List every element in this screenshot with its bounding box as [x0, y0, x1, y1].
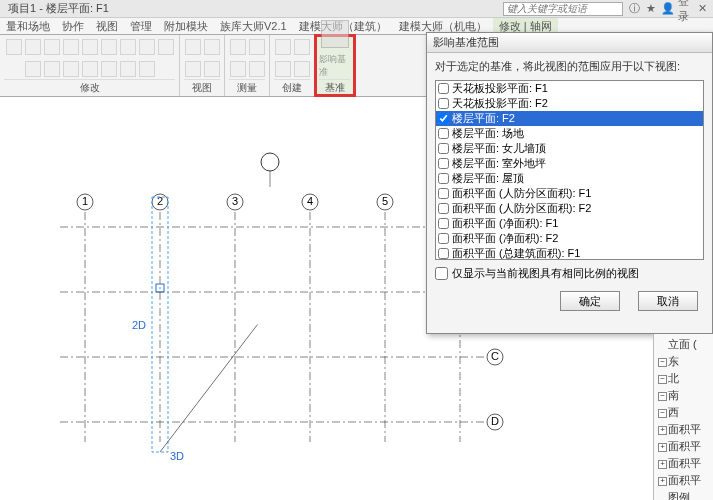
ribbon-tab[interactable]: 管理 — [124, 18, 158, 34]
scope-grid-icon[interactable] — [321, 20, 349, 48]
tool-icon[interactable] — [185, 39, 201, 55]
tool-icon[interactable] — [185, 61, 201, 77]
view-list-item[interactable]: 面积平面 (总建筑面积): F1 — [436, 246, 703, 260]
tool-icon[interactable] — [25, 61, 41, 77]
view-checkbox[interactable] — [438, 188, 449, 199]
tree-node[interactable]: 图例 — [656, 489, 713, 500]
project-browser[interactable]: 立面 (东北南西面积平面积平面积平面积平图例明细表图纸 ( — [653, 334, 713, 500]
tool-icon[interactable] — [82, 61, 98, 77]
view-checkbox[interactable] — [438, 218, 449, 229]
tool-icon[interactable] — [275, 39, 291, 55]
view-list-item[interactable]: 面积平面 (人防分区面积): F1 — [436, 186, 703, 201]
view-list-item[interactable]: 面积平面 (净面积): F2 — [436, 231, 703, 246]
view-label: 楼层平面: 室外地坪 — [452, 156, 546, 171]
tool-icon[interactable] — [120, 61, 136, 77]
info-icon[interactable]: ⓘ — [627, 2, 641, 16]
ribbon-panel: 创建 — [270, 35, 315, 96]
tool-icon[interactable] — [63, 39, 79, 55]
view-checkbox[interactable] — [438, 128, 449, 139]
tool-icon[interactable] — [101, 61, 117, 77]
view-checkbox[interactable] — [438, 233, 449, 244]
panel-label: 视图 — [184, 79, 220, 96]
tool-icon[interactable] — [44, 61, 60, 77]
tool-icon[interactable] — [249, 61, 265, 77]
tree-node[interactable]: 西 — [656, 404, 713, 421]
view-checkbox[interactable] — [438, 158, 449, 169]
view-list-item[interactable]: 楼层平面: 室外地坪 — [436, 156, 703, 171]
tool-icon[interactable] — [120, 39, 136, 55]
view-label: 面积平面 (人防分区面积): F1 — [452, 186, 591, 201]
tool-icon[interactable] — [101, 39, 117, 55]
tool-icon[interactable] — [275, 61, 291, 77]
tool-icon[interactable] — [158, 39, 174, 55]
ribbon-panel: 视图 — [180, 35, 225, 96]
ribbon-tab[interactable]: 附加模块 — [158, 18, 214, 34]
svg-text:C: C — [491, 350, 499, 362]
ribbon-panel: 修改 — [0, 35, 180, 96]
tool-icon[interactable] — [82, 39, 98, 55]
tool-icon[interactable] — [63, 61, 79, 77]
view-list-item[interactable]: 楼层平面: 屋顶 — [436, 171, 703, 186]
tree-node[interactable]: 东 — [656, 353, 713, 370]
ribbon-tab[interactable]: 量和场地 — [0, 18, 56, 34]
tool-icon[interactable] — [230, 39, 246, 55]
tree-node[interactable]: 南 — [656, 387, 713, 404]
view-list[interactable]: 天花板投影平面: F1天花板投影平面: F2楼层平面: F2楼层平面: 场地楼层… — [435, 80, 704, 260]
view-list-item[interactable]: 面积平面 (人防分区面积): F2 — [436, 201, 703, 216]
view-list-item[interactable]: 面积平面 (净面积): F1 — [436, 216, 703, 231]
ribbon-tab[interactable]: 视图 — [90, 18, 124, 34]
svg-line-31 — [160, 325, 258, 453]
view-label: 面积平面 (人防分区面积): F2 — [452, 201, 591, 216]
tree-node[interactable]: 面积平 — [656, 421, 713, 438]
view-label: 面积平面 (净面积): F1 — [452, 216, 558, 231]
svg-text:4: 4 — [307, 195, 313, 207]
tool-icon[interactable] — [249, 39, 265, 55]
view-checkbox[interactable] — [438, 143, 449, 154]
tree-node[interactable]: 立面 ( — [656, 336, 713, 353]
tool-icon[interactable] — [204, 61, 220, 77]
only-same-scale-checkbox[interactable] — [435, 267, 448, 280]
tool-icon[interactable] — [230, 61, 246, 77]
dialog-message: 对于选定的基准，将此视图的范围应用于以下视图: — [435, 59, 704, 74]
cancel-button[interactable]: 取消 — [638, 291, 698, 311]
view-label: 天花板投影平面: F2 — [452, 96, 548, 111]
tool-icon[interactable] — [294, 39, 310, 55]
view-checkbox[interactable] — [438, 248, 449, 259]
view-list-item[interactable]: 天花板投影平面: F1 — [436, 81, 703, 96]
close-icon[interactable]: ✕ — [695, 2, 709, 16]
view-list-item[interactable]: 天花板投影平面: F2 — [436, 96, 703, 111]
ok-button[interactable]: 确定 — [560, 291, 620, 311]
svg-text:5: 5 — [382, 195, 388, 207]
ribbon-tab[interactable]: 协作 — [56, 18, 90, 34]
view-list-item[interactable]: 楼层平面: 女儿墙顶 — [436, 141, 703, 156]
tool-icon[interactable] — [25, 39, 41, 55]
tree-node[interactable]: 面积平 — [656, 472, 713, 489]
search-input[interactable] — [503, 2, 623, 16]
ribbon-panel: 测量 — [225, 35, 270, 96]
tool-icon[interactable] — [6, 39, 22, 55]
panel-label: 创建 — [274, 79, 310, 96]
tool-icon[interactable] — [139, 39, 155, 55]
panel-label: 修改 — [4, 79, 175, 96]
view-list-item[interactable]: 楼层平面: 场地 — [436, 126, 703, 141]
tree-node[interactable]: 北 — [656, 370, 713, 387]
star-icon[interactable]: ★ — [644, 2, 658, 16]
view-list-item[interactable]: 楼层平面: F2 — [436, 111, 703, 126]
tree-node[interactable]: 面积平 — [656, 455, 713, 472]
dialog-title: 影响基准范围 — [427, 33, 712, 53]
view-label: 天花板投影平面: F1 — [452, 81, 548, 96]
tool-icon[interactable] — [294, 61, 310, 77]
view-checkbox[interactable] — [438, 203, 449, 214]
view-checkbox[interactable] — [438, 98, 449, 109]
ribbon-tab[interactable]: 族库大师V2.1 — [214, 18, 293, 34]
view-checkbox[interactable] — [438, 173, 449, 184]
view-checkbox[interactable] — [438, 113, 449, 124]
tool-icon[interactable] — [44, 39, 60, 55]
view-label: 楼层平面: F2 — [452, 111, 515, 126]
user-icon[interactable]: 👤 — [661, 2, 675, 16]
view-checkbox[interactable] — [438, 83, 449, 94]
tool-icon[interactable] — [139, 61, 155, 77]
login-link[interactable]: 登录 — [678, 2, 692, 16]
tree-node[interactable]: 面积平 — [656, 438, 713, 455]
tool-icon[interactable] — [204, 39, 220, 55]
